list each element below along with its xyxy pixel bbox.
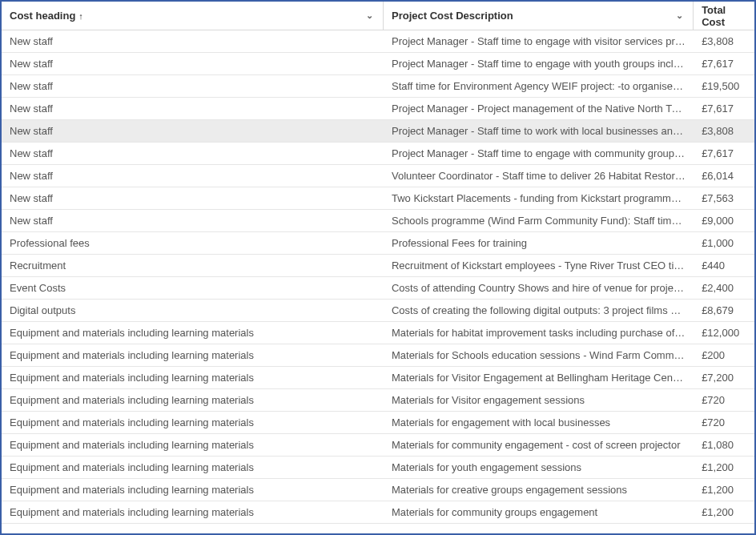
cell-description: Two Kickstart Placements - funding from … (384, 192, 694, 204)
cell-cost-heading: New staff (2, 35, 384, 47)
table-row[interactable]: Event CostsCosts of attending Country Sh… (2, 277, 754, 300)
cell-cost-heading: Equipment and materials including learni… (2, 506, 384, 518)
cell-cost-heading: New staff (2, 80, 384, 92)
column-header-description[interactable]: Project Cost Description ⌄ (384, 2, 694, 30)
cell-cost-heading: New staff (2, 58, 384, 70)
cell-total-cost: £720 (694, 416, 754, 428)
table-row[interactable]: Equipment and materials including learni… (2, 412, 754, 434)
cell-cost-heading: Professional fees (2, 237, 384, 249)
cell-cost-heading: Equipment and materials including learni… (2, 484, 384, 496)
cell-description: Materials for habitat improvement tasks … (384, 327, 694, 339)
table-row[interactable]: New staffTwo Kickstart Placements - fund… (2, 187, 754, 210)
table-row[interactable]: Professional feesProfessional Fees for t… (2, 232, 754, 255)
table-row[interactable]: Equipment and materials including learni… (2, 434, 754, 457)
cell-total-cost: £1,200 (694, 461, 754, 473)
table-row[interactable]: Equipment and materials including learni… (2, 322, 754, 344)
cell-total-cost: £7,200 (694, 372, 754, 384)
cell-description: Materials for community groups engagemen… (384, 506, 694, 518)
cell-total-cost: £7,563 (694, 192, 754, 204)
cell-cost-heading: Equipment and materials including learni… (2, 439, 384, 451)
data-grid: Cost heading ↑ ⌄ Project Cost Descriptio… (2, 2, 754, 524)
cell-total-cost: £440 (694, 259, 754, 272)
cell-description: Materials for engagement with local busi… (384, 416, 694, 428)
cell-description: Volunteer Coordinator - Staff time to de… (384, 170, 694, 182)
sort-ascending-icon: ↑ (78, 11, 83, 21)
cell-description: Materials for creative groups engagement… (384, 484, 694, 496)
table-row[interactable]: Equipment and materials including learni… (2, 501, 754, 524)
cell-total-cost: £200 (694, 349, 754, 361)
cell-description: Project Manager - Staff time to engage w… (384, 35, 694, 47)
table-row[interactable]: Equipment and materials including learni… (2, 344, 754, 367)
table-row[interactable]: Digital outputsCosts of creating the fol… (2, 300, 754, 322)
cell-cost-heading: New staff (2, 147, 384, 159)
cell-total-cost: £8,679 (694, 304, 754, 316)
column-header-total-cost[interactable]: Total Cost (694, 2, 754, 30)
table-row[interactable]: New staffProject Manager - Staff time to… (2, 30, 754, 53)
cell-cost-heading: Equipment and materials including learni… (2, 394, 384, 406)
cell-cost-heading: Equipment and materials including learni… (2, 372, 384, 384)
column-header-cost-heading[interactable]: Cost heading ↑ ⌄ (2, 2, 384, 30)
cell-description: Project Manager - Project management of … (384, 103, 694, 115)
table-header-row: Cost heading ↑ ⌄ Project Cost Descriptio… (2, 2, 754, 30)
table-row[interactable]: New staffSchools programme (Wind Farm Co… (2, 210, 754, 232)
cell-total-cost: £19,500 (694, 80, 754, 92)
cell-cost-heading: Recruitment (2, 259, 384, 272)
table-row[interactable]: New staffProject Manager - Project manag… (2, 98, 754, 120)
cell-cost-heading: Event Costs (2, 282, 384, 294)
cell-cost-heading: New staff (2, 125, 384, 137)
cell-total-cost: £6,014 (694, 170, 754, 182)
cell-cost-heading: New staff (2, 170, 384, 182)
table-row[interactable]: RecruitmentRecruitment of Kickstart empl… (2, 255, 754, 277)
cell-cost-heading: Equipment and materials including learni… (2, 416, 384, 428)
cell-cost-heading: Equipment and materials including learni… (2, 349, 384, 361)
cell-cost-heading: New staff (2, 215, 384, 227)
cell-description: Materials for community engagement - cos… (384, 439, 694, 451)
table-row[interactable]: New staffVolunteer Coordinator - Staff t… (2, 165, 754, 187)
cell-description: Costs of attending Country Shows and hir… (384, 282, 694, 294)
cell-total-cost: £1,200 (694, 506, 754, 518)
cell-total-cost: £7,617 (694, 147, 754, 159)
table-row[interactable]: New staffProject Manager - Staff time to… (2, 120, 754, 143)
cell-cost-heading: New staff (2, 103, 384, 115)
cell-cost-heading: Digital outputs (2, 304, 384, 316)
column-label: Project Cost Description (392, 10, 513, 22)
cell-total-cost: £7,617 (694, 58, 754, 70)
table-row[interactable]: New staffProject Manager - Staff time to… (2, 53, 754, 75)
table-row[interactable]: Equipment and materials including learni… (2, 479, 754, 501)
cell-total-cost: £1,000 (694, 237, 754, 249)
cell-description: Schools programme (Wind Farm Community F… (384, 215, 694, 227)
table-row[interactable]: New staffProject Manager - Staff time to… (2, 143, 754, 165)
cell-description: Materials for Schools education sessions… (384, 349, 694, 361)
cell-description: Recruitment of Kickstart employees - Tyn… (384, 259, 694, 272)
cell-description: Staff time for Environment Agency WEIF p… (384, 80, 694, 92)
table-row[interactable]: Equipment and materials including learni… (2, 367, 754, 389)
cell-total-cost: £1,080 (694, 439, 754, 451)
chevron-down-icon[interactable]: ⌄ (366, 10, 375, 21)
cell-total-cost: £7,617 (694, 103, 754, 115)
cell-cost-heading: Equipment and materials including learni… (2, 461, 384, 473)
cell-description: Materials for Visitor engagement session… (384, 394, 694, 406)
cell-description: Project Manager - Staff time to work wit… (384, 125, 694, 137)
cell-total-cost: £720 (694, 394, 754, 406)
table-body: New staffProject Manager - Staff time to… (2, 30, 754, 524)
table-row[interactable]: New staffStaff time for Environment Agen… (2, 75, 754, 98)
cell-description: Costs of creating the following digital … (384, 304, 694, 316)
cell-description: Professional Fees for training (384, 237, 694, 249)
table-row[interactable]: Equipment and materials including learni… (2, 389, 754, 412)
chevron-down-icon[interactable]: ⌄ (676, 10, 685, 21)
cell-cost-heading: New staff (2, 192, 384, 204)
cell-description: Project Manager - Staff time to engage w… (384, 58, 694, 70)
cell-cost-heading: Equipment and materials including learni… (2, 327, 384, 339)
cell-total-cost: £2,400 (694, 282, 754, 294)
cell-total-cost: £3,808 (694, 35, 754, 47)
cell-total-cost: £3,808 (694, 125, 754, 137)
cell-total-cost: £1,200 (694, 484, 754, 496)
cell-total-cost: £9,000 (694, 215, 754, 227)
cell-description: Project Manager - Staff time to engage w… (384, 147, 694, 159)
cell-description: Materials for Visitor Engagement at Bell… (384, 372, 694, 384)
column-label: Cost heading (10, 10, 75, 22)
table-row[interactable]: Equipment and materials including learni… (2, 457, 754, 479)
column-label: Total Cost (702, 4, 746, 28)
cell-description: Materials for youth engagement sessions (384, 461, 694, 473)
cell-total-cost: £12,000 (694, 327, 754, 339)
